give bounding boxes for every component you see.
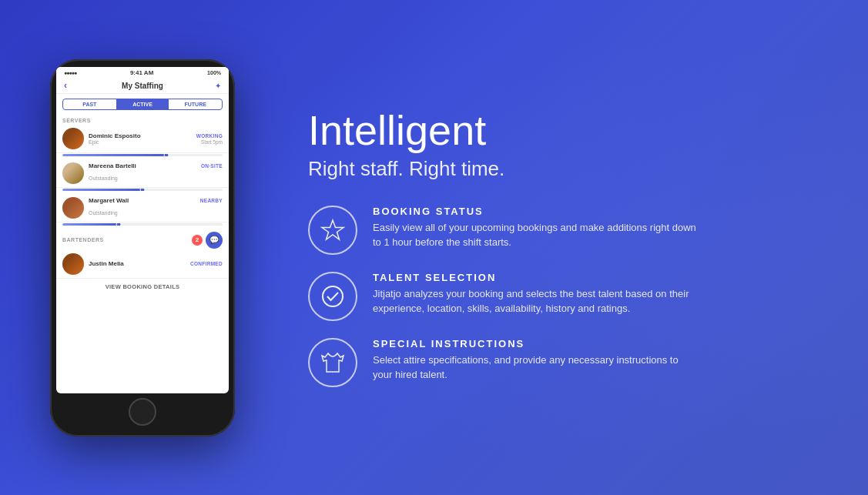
talent-selection-desc: Jitjatjo analyzes your booking and selec… [373,286,696,316]
tab-past[interactable]: PAST [63,99,116,109]
special-instructions-title: SPECIAL INSTRUCTIONS [373,338,696,350]
talent-selection-icon [308,272,357,321]
avatar-dominic [62,128,84,149]
nav-action-icon[interactable]: ✦ [215,82,221,90]
staff-info-justin: Justin Melia CONFIRMED [89,260,223,267]
staff-item-margaret: Margaret Wall NEARBY Outstanding [56,194,229,222]
avatar-justin [62,253,84,275]
progress-dominic [56,153,229,159]
staff-name-mareena: Mareena Bartelli [89,162,136,169]
staff-info-margaret: Margaret Wall NEARBY Outstanding [89,197,223,218]
staff-name-margaret: Margaret Wall [89,197,129,204]
staff-sub-dominic: Epic [89,139,99,145]
avatar-margaret [62,197,84,219]
phone-mockup: ●●●●● 9:41 AM 100% ‹ My Staffing ✦ PAST … [50,59,235,436]
back-button[interactable]: ‹ [64,80,67,91]
booking-status-desc: Easily view all of your upcoming booking… [373,220,696,250]
nav-title: My Staffing [122,82,163,90]
main-container: ●●●●● 9:41 AM 100% ‹ My Staffing ✦ PAST … [0,0,868,495]
feature-talent-selection: TALENT SELECTION Jitjatjo analyzes your … [308,272,837,321]
feature-text-instructions: SPECIAL INSTRUCTIONS Select attire speci… [373,338,696,383]
status-dominic: WORKING [196,133,223,139]
staff-info-mareena: Mareena Bartelli ON·SITE Outstanding [89,162,223,183]
special-instructions-desc: Select attire specifications, and provid… [373,353,696,383]
booking-status-title: BOOKING STATUS [373,206,696,217]
time-display: 9:41 AM [130,69,153,76]
home-button[interactable] [129,398,156,426]
battery-indicator: 100% [207,70,221,75]
staff-sub-margaret: Outstanding [89,210,118,216]
view-booking-button[interactable]: VIEW BOOKING DETAILS [56,279,229,295]
staff-name-justin: Justin Melia [89,260,124,267]
status-mareena: ON·SITE [201,163,223,169]
feature-special-instructions: SPECIAL INSTRUCTIONS Select attire speci… [308,338,837,387]
avatar-mareena [62,162,84,184]
talent-selection-title: TALENT SELECTION [373,272,696,283]
status-justin: CONFIRMED [190,261,223,266]
hero-subtitle: Right staff. Right time. [308,157,837,181]
bartenders-notification-badge: 2 [192,235,203,246]
staff-time-dominic: Start 5pm [201,139,223,145]
special-instructions-icon [308,338,357,387]
content-section: Intelligent Right staff. Right time. BOO… [285,85,868,410]
phone-nav-bar: ‹ My Staffing ✦ [56,79,229,94]
hero-title: Intelligent [308,108,837,153]
feature-text-booking: BOOKING STATUS Easily view all of your u… [373,206,696,250]
phone-screen: ●●●●● 9:41 AM 100% ‹ My Staffing ✦ PAST … [56,67,229,393]
staff-item-justin: Justin Melia CONFIRMED [56,250,229,279]
svg-point-1 [323,286,343,306]
servers-label: SERVERS [56,115,229,125]
staff-sub-mareena: Outstanding [89,176,118,181]
progress-mareena [56,188,229,194]
phone-tabs: PAST ACTIVE FUTURE [62,99,223,110]
bartenders-label: BARTENDERS [62,237,104,242]
booking-status-icon [308,206,357,255]
features-list: BOOKING STATUS Easily view all of your u… [308,206,837,387]
signal-indicator: ●●●●● [64,70,76,75]
phone-status-bar: ●●●●● 9:41 AM 100% [56,67,229,79]
phone-section: ●●●●● 9:41 AM 100% ‹ My Staffing ✦ PAST … [0,0,285,495]
staff-item-mareena: Mareena Bartelli ON·SITE Outstanding [56,159,229,188]
bartenders-header: BARTENDERS 2 💬 [56,229,229,250]
staff-name-dominic: Dominic Esposito [89,132,141,139]
tab-future[interactable]: FUTURE [169,99,222,109]
svg-marker-0 [322,220,344,239]
feature-booking-status: BOOKING STATUS Easily view all of your u… [308,206,837,255]
staff-item-dominic: Dominic Esposito WORKING Epic Start 5pm [56,125,229,153]
chat-icon[interactable]: 💬 [206,232,223,249]
progress-margaret [56,222,229,229]
status-margaret: NEARBY [200,198,223,203]
staff-info-dominic: Dominic Esposito WORKING Epic Start 5pm [89,132,223,145]
tab-active[interactable]: ACTIVE [116,99,169,109]
feature-text-talent: TALENT SELECTION Jitjatjo analyzes your … [373,272,696,316]
